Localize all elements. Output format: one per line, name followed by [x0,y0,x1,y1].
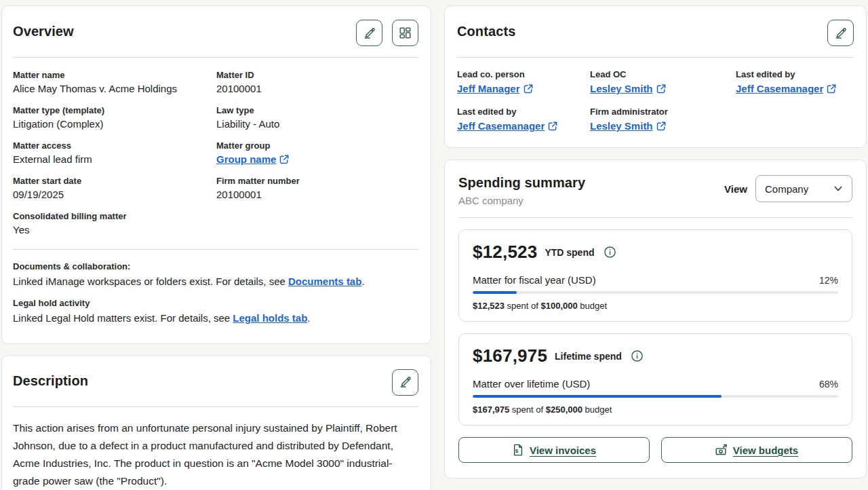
contacts-card: Contacts Lead co. person Jeff Manager Le… [444,5,867,148]
description-divider [13,407,418,407]
contact-firm-administrator: Firm administrator Lesley Smith [590,107,736,132]
spending-company-subtitle: ABC company [458,195,585,206]
contact-name: Jeff Manager [457,83,520,94]
view-invoices-button[interactable]: View invoices [458,437,650,463]
view-budgets-label: View budgets [733,445,798,456]
overview-divider [13,57,418,58]
pencil-icon [399,375,412,389]
field-value: Yes [13,224,216,235]
contact-last-edited-by: Last edited by Jeff Casemanager [736,69,854,95]
contact-link[interactable]: Jeff Casemanager [457,120,557,132]
field-matter-name: Matter name Alice May Thomas v. Acme Hol… [13,70,216,94]
field-matter-type: Matter type (template) Litigation (Compl… [13,105,216,130]
lifetime-spend-card: $167,975 Lifetime spend Matter over life… [458,333,852,426]
spending-summary-card: Spending summary ABC company View Compan… [444,159,867,478]
note-text: Linked Legal Hold matters exist. For det… [13,312,233,324]
invoice-icon [512,444,524,456]
ytd-progress-bar [473,291,838,294]
contacts-divider [457,57,854,58]
description-card: Description This action arises from an u… [1,355,431,490]
field-label: Matter type (template) [13,105,216,115]
overview-notes: Documents & collaboration: Linked iManag… [13,261,418,326]
note-suffix: . [307,312,310,324]
field-label: Matter group [216,140,418,151]
note-heading: Documents & collaboration: [13,261,418,271]
overview-card: Overview Matter name Alice May Thomas v.… [1,5,431,344]
field-matter-start-date: Matter start date 09/19/2025 [13,176,216,200]
info-icon[interactable] [604,246,616,259]
view-budgets-button[interactable]: View budgets [661,437,852,463]
field-matter-group: Matter group Group name [216,140,418,165]
field-label: Matter name [13,70,216,80]
contact-link[interactable]: Jeff Manager [457,83,533,94]
field-firm-matter-number: Firm matter number 20100001 [216,176,418,200]
field-label: Matter ID [216,70,418,80]
external-link-icon [279,155,289,164]
spending-summary-title: Spending summary [458,174,585,191]
note-text: Linked iManage workspaces or folders exi… [13,276,288,287]
overview-layout-button[interactable] [392,20,418,46]
description-edit-button[interactable] [392,369,418,396]
view-select[interactable]: Company [755,175,852,202]
overview-fields: Matter name Alice May Thomas v. Acme Hol… [13,70,418,235]
ytd-footnote: $12,523 spent of $100,000 budget [473,301,838,311]
lifetime-progress-fill [473,395,722,398]
field-law-type: Law type Liability - Auto [216,105,418,130]
contacts-edit-button[interactable] [827,20,854,46]
contact-label: Last edited by [736,69,854,79]
contact-label: Lead OC [590,69,736,79]
external-link-icon [656,84,666,94]
right-column: Contacts Lead co. person Jeff Manager Le… [444,5,867,490]
contact-link[interactable]: Lesley Smith [590,83,666,94]
lifetime-footnote: $167,975 spent of $250,000 budget [473,404,838,415]
external-link-icon [656,121,666,131]
contact-last-edited-by-2: Last edited by Jeff Casemanager [457,107,590,132]
lifetime-progress-bar [473,395,838,398]
external-link-icon [548,121,557,131]
field-value: Alice May Thomas v. Acme Holdings [13,83,216,94]
field-matter-id: Matter ID 20100001 [216,70,418,94]
pencil-icon [363,26,376,40]
ytd-progress-fill [473,291,517,294]
ytd-metric-label: Matter for fiscal year (USD) [473,274,596,286]
documents-note: Documents & collaboration: Linked iManag… [13,261,418,289]
field-label: Consolidated billing matter [13,211,216,221]
left-column: Overview Matter name Alice May Thomas v.… [1,5,431,490]
contact-lead-oc: Lead OC Lesley Smith [590,69,736,95]
contact-lead-co-person: Lead co. person Jeff Manager [457,69,590,95]
lifetime-percent: 68% [819,379,838,390]
contacts-grid: Lead co. person Jeff Manager Lead OC Les… [457,69,854,132]
ytd-percent: 12% [819,275,838,286]
legal-holds-tab-link[interactable]: Legal holds tab [233,312,307,324]
field-value: 20100001 [216,189,418,200]
documents-tab-link[interactable]: Documents tab [288,276,361,287]
contacts-title: Contacts [457,20,515,39]
budget-icon [715,444,728,456]
field-label: Law type [216,105,418,115]
description-title: Description [13,369,88,389]
lifetime-period-label: Lifetime spend [555,351,622,362]
description-body: This action arises from an unfortunate p… [13,419,418,490]
legal-hold-note: Legal hold activity Linked Legal Hold ma… [13,298,418,326]
ytd-spend-card: $12,523 YTD spend Matter for fiscal year… [458,229,852,322]
overview-title: Overview [13,20,74,39]
matter-group-link[interactable]: Group name [216,153,289,165]
view-label: View [724,183,747,195]
info-icon[interactable] [631,350,644,362]
contact-link[interactable]: Jeff Casemanager [736,83,836,94]
contact-name: Lesley Smith [590,120,653,132]
lifetime-metric-label: Matter over lifetime (USD) [473,378,590,390]
field-label: Matter access [13,140,216,151]
field-consolidated-billing: Consolidated billing matter Yes [13,211,216,235]
field-matter-access: Matter access External lead firm [13,140,216,165]
field-value: 09/19/2025 [13,189,216,200]
pencil-icon [834,26,848,40]
spending-divider [458,217,852,218]
overview-edit-button[interactable] [356,20,382,46]
ytd-period-label: YTD spend [545,247,594,258]
contact-link[interactable]: Lesley Smith [590,120,666,132]
external-link-icon [524,84,533,94]
matter-group-link-label: Group name [216,153,276,165]
view-select-value: Company [765,183,808,195]
ytd-amount: $12,523 [473,242,537,263]
